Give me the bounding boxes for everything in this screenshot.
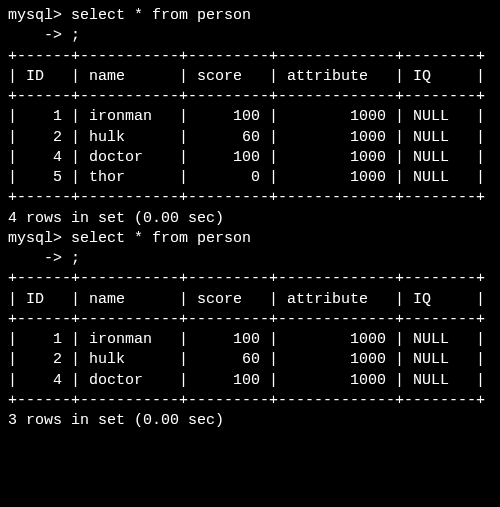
- table-row: | 5 | thor | 0 | 1000 | NULL |: [8, 168, 492, 188]
- terminal-output: mysql> select * from person -> ;+------+…: [0, 0, 500, 437]
- table-separator: +------+-----------+---------+----------…: [8, 310, 492, 330]
- continuation-line: -> ;: [8, 26, 492, 46]
- table-separator: +------+-----------+---------+----------…: [8, 391, 492, 411]
- table-header: | ID | name | score | attribute | IQ |: [8, 67, 492, 87]
- continuation-line: -> ;: [8, 249, 492, 269]
- table-separator: +------+-----------+---------+----------…: [8, 269, 492, 289]
- table-separator: +------+-----------+---------+----------…: [8, 47, 492, 67]
- table-row: | 2 | hulk | 60 | 1000 | NULL |: [8, 128, 492, 148]
- table-row: | 1 | ironman | 100 | 1000 | NULL |: [8, 107, 492, 127]
- prompt-line: mysql> select * from person: [8, 6, 492, 26]
- table-separator: +------+-----------+---------+----------…: [8, 87, 492, 107]
- result-summary: 3 rows in set (0.00 sec): [8, 411, 492, 431]
- table-header: | ID | name | score | attribute | IQ |: [8, 290, 492, 310]
- table-separator: +------+-----------+---------+----------…: [8, 188, 492, 208]
- table-row: | 4 | doctor | 100 | 1000 | NULL |: [8, 148, 492, 168]
- result-summary: 4 rows in set (0.00 sec): [8, 209, 492, 229]
- prompt-line: mysql> select * from person: [8, 229, 492, 249]
- table-row: | 4 | doctor | 100 | 1000 | NULL |: [8, 371, 492, 391]
- table-row: | 2 | hulk | 60 | 1000 | NULL |: [8, 350, 492, 370]
- table-row: | 1 | ironman | 100 | 1000 | NULL |: [8, 330, 492, 350]
